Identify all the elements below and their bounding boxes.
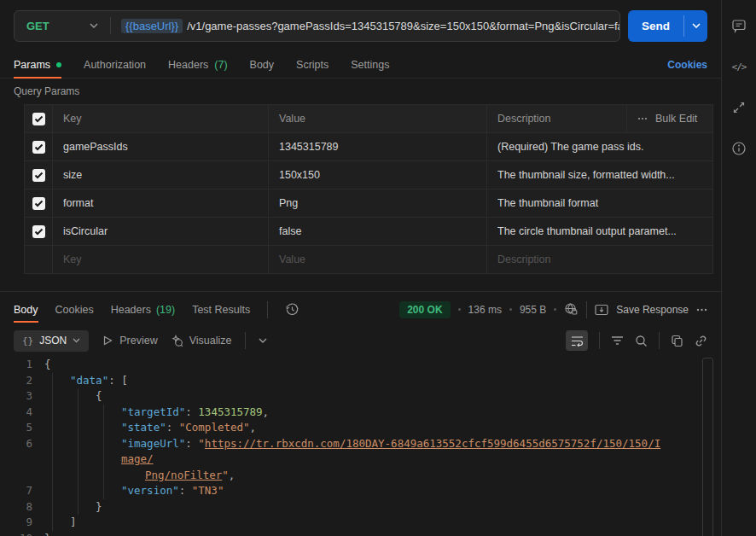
network-info-icon[interactable] — [564, 302, 579, 317]
code-token: ] — [70, 516, 77, 528]
query-params-table: Key Value Description Bulk Edit — [24, 104, 713, 274]
param-value-cell[interactable]: 150x150 — [269, 161, 487, 189]
param-row: isCircular false The circle thumbnail ou… — [25, 218, 713, 246]
preview-button[interactable]: Preview — [102, 335, 157, 347]
param-description-cell[interactable]: The thumbnail format — [487, 189, 713, 218]
method-selector[interactable]: GET — [15, 20, 110, 32]
param-description-cell[interactable]: (Required) The game pass ids. — [487, 133, 713, 161]
code-token: } — [96, 500, 102, 513]
vertical-scrollbar[interactable] — [702, 358, 713, 536]
word-wrap-icon[interactable] — [566, 330, 588, 351]
line-number: 4 — [0, 405, 32, 421]
headers-count: (7) — [214, 59, 227, 71]
line-number: 2 — [0, 373, 32, 389]
code-token: "TN3" — [192, 484, 224, 497]
copy-icon[interactable] — [671, 335, 683, 347]
indent-guide — [78, 468, 79, 484]
new-param-key-input[interactable]: Key — [53, 246, 269, 274]
query-params-title: Query Params — [0, 79, 721, 104]
param-row: gamePassIds 1345315789 (Required) The ga… — [25, 133, 713, 161]
visualize-button[interactable]: Visualize — [171, 335, 232, 347]
code-token: : — [185, 405, 198, 418]
indent-guide — [78, 483, 79, 499]
link-icon[interactable] — [695, 335, 707, 347]
new-param-value-input[interactable]: Value — [269, 246, 487, 274]
postman-window: GET {{baseUrl}} /v1/game-passes?gamePass… — [0, 0, 756, 536]
comment-icon[interactable] — [731, 18, 747, 33]
send-options-button[interactable] — [684, 10, 707, 42]
line-number: 6 — [0, 436, 32, 468]
response-size[interactable]: 955 B — [520, 304, 546, 316]
filter-icon[interactable] — [611, 335, 624, 346]
indent-guide — [78, 436, 79, 468]
visualize-chevron-icon[interactable] — [259, 338, 267, 343]
param-key-cell[interactable]: format — [53, 189, 269, 218]
new-param-description-input[interactable]: Description — [487, 246, 713, 274]
select-all-checkbox[interactable] — [32, 113, 45, 125]
method-label: GET — [26, 20, 49, 32]
param-description-cell[interactable]: The thumbnail size, formatted width... — [487, 161, 713, 189]
search-icon[interactable] — [635, 335, 648, 347]
tab-label: Body — [14, 304, 38, 316]
param-key-cell[interactable]: gamePassIds — [53, 133, 269, 161]
param-checkbox[interactable] — [32, 225, 45, 238]
response-history-icon[interactable] — [285, 302, 299, 317]
code-token: " — [198, 437, 205, 450]
indent-guide — [52, 436, 53, 468]
param-key-cell[interactable]: size — [53, 161, 269, 189]
status-badge[interactable]: 200 OK — [399, 301, 450, 318]
right-icon-rail: </> — [721, 0, 756, 536]
indent-guide — [78, 420, 79, 436]
response-toolbar: {} JSON Preview — [0, 327, 721, 354]
image-url-link[interactable]: Png/noFilter — [145, 469, 222, 481]
base-url-variable-chip[interactable]: {{baseUrl}} — [121, 19, 183, 33]
response-body-json: 1{2"data": [3{4"targetId": 1345315789,5"… — [0, 354, 721, 536]
param-value-cell[interactable]: 1345315789 — [269, 133, 487, 161]
response-time[interactable]: 136 ms — [468, 304, 502, 316]
param-row: size 150x150 The thumbnail size, formatt… — [25, 161, 713, 189]
url-input[interactable]: {{baseUrl}} /v1/game-passes?gamePassIds=… — [111, 19, 619, 33]
param-key-cell[interactable]: isCircular — [53, 218, 269, 246]
line-number: 5 — [0, 420, 32, 436]
send-button[interactable]: Send — [628, 10, 683, 42]
param-checkbox[interactable] — [32, 197, 45, 210]
param-value-cell[interactable]: false — [269, 218, 487, 246]
response-tab-headers[interactable]: Headers (19) — [111, 292, 175, 327]
swap-arrows-icon[interactable] — [731, 100, 747, 115]
code-line: 2"data": [ — [0, 373, 721, 389]
code-line: 8} — [0, 499, 721, 516]
response-tab-test-results[interactable]: Test Results — [192, 292, 250, 327]
param-description-cell[interactable]: The circle thumbnail output paramet... — [487, 218, 713, 246]
bulk-edit-label: Bulk Edit — [655, 113, 697, 125]
response-tabs: Body Cookies Headers (19) Test Results — [0, 292, 721, 327]
main-panel: GET {{baseUrl}} /v1/game-passes?gamePass… — [0, 0, 721, 536]
param-checkbox[interactable] — [32, 141, 45, 154]
chevron-down-icon — [692, 23, 701, 28]
column-header-key: Key — [53, 105, 269, 133]
tab-authorization[interactable]: Authorization — [84, 51, 146, 78]
response-tab-body[interactable]: Body — [14, 292, 38, 327]
code-line: 3{ — [0, 388, 721, 405]
line-number: 7 — [0, 483, 32, 499]
tab-headers[interactable]: Headers (7) — [168, 51, 228, 78]
request-tabs: Params Authorization Headers (7) Body Sc… — [0, 51, 721, 79]
more-options-icon[interactable] — [696, 308, 707, 312]
param-value-cell[interactable]: Png — [269, 189, 487, 218]
param-row: format Png The thumbnail format — [25, 189, 713, 218]
save-response-button[interactable]: Save Response — [616, 304, 689, 316]
info-icon[interactable] — [731, 141, 747, 156]
tab-params[interactable]: Params — [14, 51, 61, 78]
tab-scripts[interactable]: Scripts — [296, 51, 329, 78]
code-token: , — [263, 405, 270, 418]
response-format-selector[interactable]: {} JSON — [14, 330, 89, 352]
response-tab-cookies[interactable]: Cookies — [55, 292, 94, 327]
code-lines: 1{2"data": [3{4"targetId": 1345315789,5"… — [0, 357, 721, 536]
tab-body[interactable]: Body — [250, 51, 275, 78]
cookies-link[interactable]: Cookies — [667, 59, 707, 71]
param-checkbox[interactable] — [32, 169, 45, 182]
tab-settings[interactable]: Settings — [351, 51, 389, 78]
code-icon[interactable]: </> — [731, 59, 747, 74]
bulk-edit-button[interactable]: Bulk Edit — [637, 105, 702, 132]
indent-guide — [103, 420, 104, 436]
response-panel: Body Cookies Headers (19) Test Results — [0, 291, 721, 536]
